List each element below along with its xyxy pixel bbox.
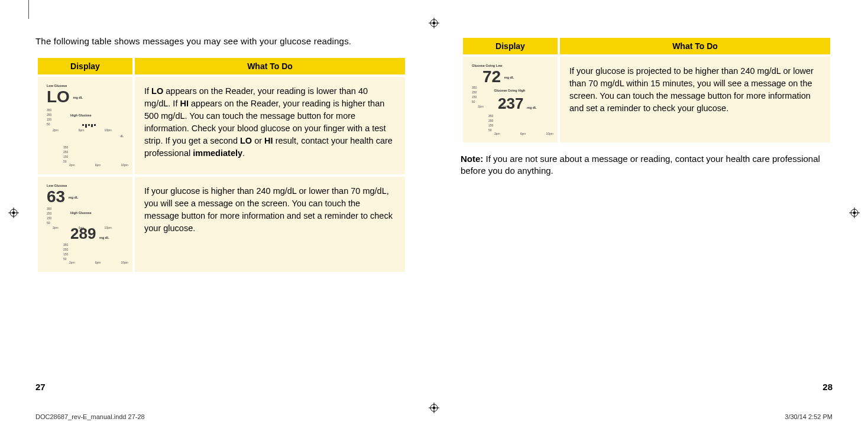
svg-point-12	[430, 404, 438, 411]
device-unit-2: mg dL	[527, 106, 537, 110]
two-page-spread: The following table shows messages you m…	[35, 35, 833, 390]
y-tick: 50	[47, 123, 50, 126]
x-tick: 10pm	[121, 261, 128, 265]
table-row: Glucose Going Low 72 mg dL 350 250 150 5…	[463, 57, 830, 142]
y-tick: 350	[63, 244, 68, 247]
intro-text: The following table shows messages you m…	[35, 35, 407, 47]
y-tick: 250	[488, 119, 493, 123]
y-tick: 250	[47, 212, 51, 216]
x-tick: 10pm	[121, 164, 128, 167]
display-mock-63: Low Glucose 63 mg dL 350 250 150 50	[38, 177, 132, 272]
y-tick: 150	[47, 217, 51, 220]
print-spread: The following table shows messages you m…	[0, 0, 868, 425]
y-tick: 250	[63, 151, 68, 154]
col-whattodo-header: What To Do	[135, 58, 405, 74]
page-number-right: 28	[822, 382, 833, 392]
note-text: Note: If you are not sure about a messag…	[461, 153, 833, 177]
svg-point-15	[433, 407, 435, 409]
registration-mark-left	[8, 207, 19, 218]
trend-bars	[82, 124, 96, 128]
x-tick: 2pm	[69, 164, 75, 167]
device-unit: mg dL	[69, 196, 79, 199]
svg-point-7	[12, 211, 15, 213]
x-axis: 2pm 6pm 10pm	[69, 164, 128, 167]
x-tick: 2pm	[69, 261, 75, 265]
display-mock-lo: Low Glucose LO mg dL 350 250 150 50	[38, 77, 132, 174]
y-tick: 350	[472, 86, 477, 90]
svg-point-4	[10, 209, 17, 216]
svg-point-8	[851, 209, 858, 216]
device-unit-small: dL	[47, 135, 124, 138]
whattodo-text-lo: If LO appears on the Reader, your readin…	[135, 77, 405, 174]
x-tick: 2pm	[494, 132, 500, 136]
whattodo-text-72: If your glucose is projected to be highe…	[560, 57, 830, 142]
whattodo-text-63: If your glucose is higher than 240 mg/dL…	[135, 177, 405, 272]
x-tick: 2pm	[53, 226, 59, 230]
device-unit-2: mg dL	[99, 236, 109, 240]
y-tick: 150	[63, 155, 68, 159]
x-tick: 6pm	[79, 129, 85, 132]
y-tick: 50	[488, 129, 492, 132]
col-display-header: Display	[38, 58, 132, 74]
y-tick: 350	[47, 109, 51, 112]
svg-point-3	[433, 22, 435, 24]
page-left: The following table shows messages you m…	[35, 35, 407, 390]
crop-mark	[28, 0, 29, 19]
registration-mark-right	[849, 207, 860, 218]
y-tick: 150	[488, 124, 493, 128]
device-mid-label: High Glucose	[70, 113, 91, 117]
x-axis: 2pm 6pm 10pm	[69, 261, 128, 265]
svg-point-0	[430, 20, 438, 27]
page-right: Display What To Do Glucose Going Low 72 …	[461, 35, 833, 390]
table-row: Low Glucose LO mg dL 350 250 150 50	[38, 77, 405, 174]
x-tick: 2pm	[53, 129, 59, 132]
device-unit: mg dL	[504, 76, 514, 79]
registration-mark-top	[429, 18, 439, 28]
y-tick: 350	[47, 207, 51, 211]
device-big-value-2: 289	[70, 226, 96, 240]
registration-mark-bottom	[429, 403, 439, 413]
y-tick: 150	[472, 96, 477, 99]
device-unit: mg dL	[73, 96, 83, 99]
col-display-header: Display	[463, 38, 558, 54]
svg-point-11	[853, 211, 856, 213]
device-mid-label: Glucose Going High	[492, 89, 527, 92]
y-tick: 50	[63, 258, 67, 261]
device-mid-label: High Glucose	[70, 211, 91, 215]
x-tick: 2pm	[478, 105, 484, 109]
y-tick: 350	[63, 146, 68, 150]
device-big-value: 63	[47, 189, 65, 205]
y-tick: 350	[488, 115, 493, 118]
col-whattodo-header: What To Do	[560, 38, 830, 54]
y-tick: 150	[47, 118, 51, 122]
table-row: Low Glucose 63 mg dL 350 250 150 50	[38, 177, 405, 272]
display-mock-72: Glucose Going Low 72 mg dL 350 250 150 5…	[463, 57, 558, 142]
x-tick: 6pm	[520, 132, 526, 136]
device-top-label: Low Glucose	[47, 184, 124, 187]
messages-table-right: Display What To Do Glucose Going Low 72 …	[461, 35, 833, 145]
x-tick: 10pm	[546, 132, 553, 136]
x-tick: 6pm	[95, 261, 101, 265]
device-big-value: LO	[47, 89, 70, 105]
y-tick: 150	[63, 253, 68, 257]
x-tick: 10pm	[104, 129, 112, 132]
footer-file: DOC28687_rev-E_manual.indd 27-28	[35, 413, 145, 420]
device-big-value: 72	[482, 69, 501, 85]
y-tick: 250	[472, 91, 477, 95]
messages-table-left: Display What To Do Low Glucose LO mg dL	[35, 56, 407, 274]
footer-time: 3/30/14 2:52 PM	[785, 413, 833, 420]
y-tick: 50	[63, 160, 67, 164]
y-tick: 250	[63, 248, 68, 252]
x-axis: 2pm 6pm 10pm	[53, 129, 112, 132]
x-tick: 6pm	[95, 164, 101, 167]
y-tick: 250	[47, 113, 51, 117]
print-footer: DOC28687_rev-E_manual.indd 27-28 3/30/14…	[35, 413, 833, 420]
note-label: Note:	[461, 154, 483, 164]
y-tick: 50	[47, 222, 50, 225]
note-body: If you are not sure about a message or r…	[461, 154, 820, 176]
page-number-left: 27	[35, 382, 46, 392]
y-tick: 50	[472, 100, 475, 104]
x-axis: 2pm 6pm 10pm	[494, 132, 553, 136]
